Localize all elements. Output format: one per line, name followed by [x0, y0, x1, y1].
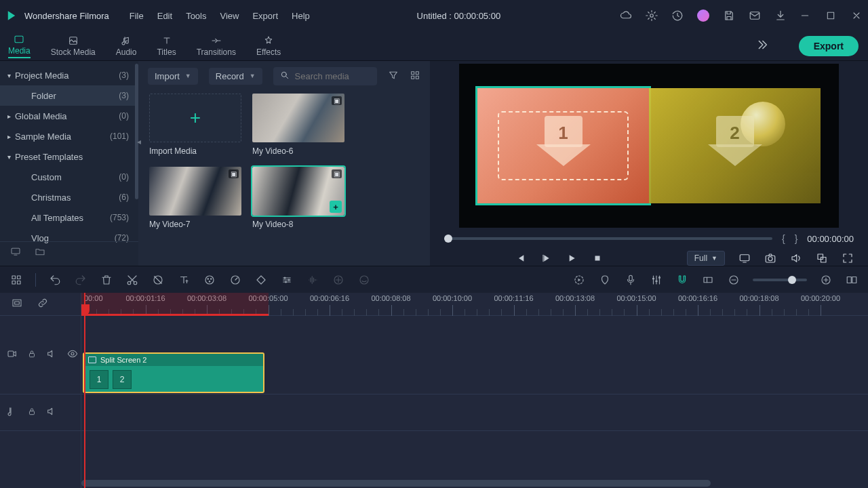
timeline-scrollbar[interactable]: [81, 480, 711, 487]
audio-fx-icon[interactable]: [306, 273, 319, 287]
color-tool-icon[interactable]: [203, 273, 216, 287]
save-icon[interactable]: [723, 9, 735, 22]
tab-audio[interactable]: Audio: [116, 35, 137, 57]
settings-gear-icon[interactable]: [646, 9, 658, 22]
expand-icon[interactable]: [842, 252, 854, 264]
snapshot-icon[interactable]: [764, 252, 776, 264]
zoom-slider-handle[interactable]: [788, 276, 796, 284]
zoom-out-icon[interactable]: [727, 273, 741, 287]
render-icon[interactable]: [572, 273, 586, 287]
search-box[interactable]: [273, 67, 377, 85]
clip-cell-2[interactable]: 2: [113, 370, 132, 389]
mark-out-button[interactable]: }: [795, 233, 798, 244]
split-pane-1[interactable]: 1: [477, 88, 649, 203]
sidebar-item-custom[interactable]: Custom(0): [0, 167, 138, 187]
filter-icon[interactable]: [388, 70, 399, 83]
cut-button[interactable]: [125, 273, 139, 287]
layout-icon[interactable]: [9, 273, 23, 287]
match-frame-icon[interactable]: [11, 298, 23, 310]
media-clip-v8[interactable]: ▣ + My Video-8: [252, 167, 344, 229]
media-clip-v7[interactable]: ▣ My Video-7: [149, 167, 241, 229]
user-avatar[interactable]: [697, 9, 709, 22]
sidebar-item-project-media[interactable]: ▾Project Media(3): [0, 65, 138, 85]
zoom-slider[interactable]: [753, 279, 807, 281]
video-track-icon[interactable]: [7, 348, 18, 361]
more-tabs-icon[interactable]: [754, 37, 769, 54]
add-to-timeline-icon[interactable]: +: [330, 201, 342, 213]
sidebar-item-all-templates[interactable]: All Templates(753): [0, 207, 138, 228]
download-icon[interactable]: [774, 9, 787, 22]
screen-icon[interactable]: [9, 246, 22, 259]
play-reverse-button[interactable]: [540, 252, 552, 264]
media-clip-v6[interactable]: ▣ My Video-6: [252, 94, 344, 156]
zoom-in-icon[interactable]: [819, 273, 833, 287]
adjust-icon[interactable]: [280, 273, 294, 287]
delete-button[interactable]: [100, 273, 113, 287]
tab-transitions[interactable]: Transitions: [197, 35, 236, 57]
tab-titles[interactable]: Titles: [157, 35, 176, 57]
cloud-icon[interactable]: [620, 9, 632, 22]
crop-icon[interactable]: [151, 273, 165, 287]
sidebar-item-preset-templates[interactable]: ▾Preset Templates: [0, 146, 138, 167]
link-icon[interactable]: [37, 298, 49, 310]
collapse-left-icon[interactable]: ◂: [137, 137, 141, 146]
menu-view[interactable]: View: [220, 11, 239, 21]
clip-cell-1[interactable]: 1: [90, 370, 108, 389]
preview-monitor[interactable]: 1 2: [459, 64, 839, 228]
zoom-fit-icon[interactable]: [845, 273, 859, 287]
tracks-area[interactable]: 00:0000:00:01:1600:00:03:0800:00:05:0000…: [81, 293, 868, 488]
tab-effects[interactable]: Effects: [256, 35, 281, 57]
history-icon[interactable]: [671, 9, 684, 22]
minimize-icon[interactable]: [799, 9, 811, 22]
redo-button[interactable]: [74, 273, 87, 287]
import-media-tile[interactable]: + Import Media: [149, 94, 241, 156]
split-pane-2[interactable]: 2: [649, 88, 821, 203]
record-dropdown[interactable]: Record▼: [209, 68, 262, 85]
audio-track[interactable]: [81, 394, 868, 431]
sidebar-item-christmas[interactable]: Christmas(6): [0, 187, 138, 207]
mixer-icon[interactable]: [650, 273, 663, 287]
audio-track-icon[interactable]: [7, 406, 18, 419]
new-folder-icon[interactable]: [34, 246, 46, 259]
menu-tools[interactable]: Tools: [186, 11, 206, 21]
ripple-icon[interactable]: [701, 273, 715, 287]
menu-export[interactable]: Export: [252, 11, 278, 21]
text-tool-icon[interactable]: [177, 273, 191, 287]
display-icon[interactable]: [738, 252, 751, 264]
time-ruler[interactable]: 00:0000:00:01:1600:00:03:0800:00:05:0000…: [81, 293, 868, 316]
resolution-dropdown[interactable]: Full▼: [687, 251, 725, 266]
mail-icon[interactable]: [749, 9, 761, 22]
playhead[interactable]: [84, 293, 85, 488]
mark-in-button[interactable]: {: [782, 233, 785, 244]
mute-icon[interactable]: [46, 406, 57, 419]
undo-button[interactable]: [48, 273, 62, 287]
sidebar-item-sample-media[interactable]: ▸Sample Media(101): [0, 126, 138, 146]
tab-stock-media[interactable]: Stock Media: [51, 35, 96, 57]
enhance-icon[interactable]: [332, 273, 345, 287]
video-track[interactable]: Split Screen 2 1 2: [81, 316, 868, 394]
play-button[interactable]: [566, 252, 578, 264]
sidebar-item-global-media[interactable]: ▸Global Media(0): [0, 106, 138, 126]
grid-view-icon[interactable]: [410, 70, 420, 83]
visibility-icon[interactable]: [66, 348, 79, 361]
mask-icon[interactable]: [357, 273, 371, 287]
magnet-snap-icon[interactable]: [675, 273, 689, 287]
maximize-icon[interactable]: [825, 9, 837, 22]
scrub-bar[interactable]: [444, 237, 772, 240]
export-button[interactable]: Export: [799, 36, 859, 56]
speed-tool-icon[interactable]: [229, 273, 242, 287]
prev-frame-button[interactable]: [514, 252, 526, 264]
stop-button[interactable]: [591, 252, 604, 264]
keyframe-icon[interactable]: [254, 273, 268, 287]
sidebar-item-folder[interactable]: Folder(3): [0, 85, 138, 106]
scrub-handle[interactable]: [444, 235, 452, 243]
menu-edit[interactable]: Edit: [157, 11, 172, 21]
lock-icon[interactable]: [27, 348, 37, 361]
volume-icon[interactable]: [790, 252, 802, 264]
menu-help[interactable]: Help: [292, 11, 310, 21]
marker-icon[interactable]: [598, 273, 612, 287]
timeline-clip-split-screen[interactable]: Split Screen 2 1 2: [83, 352, 264, 393]
search-input[interactable]: [295, 71, 370, 81]
voiceover-icon[interactable]: [624, 273, 637, 287]
lock-icon[interactable]: [27, 406, 37, 419]
